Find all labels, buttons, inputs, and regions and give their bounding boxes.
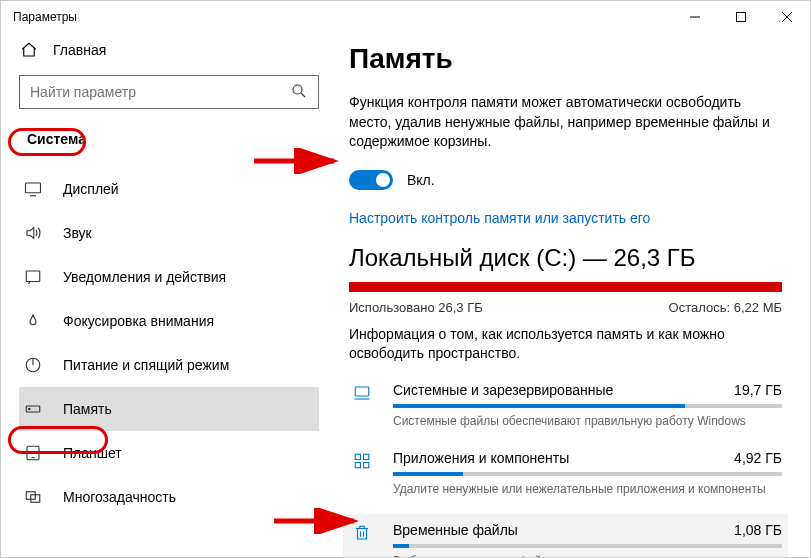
disk-usage-bar (349, 282, 782, 292)
category-name: Приложения и компоненты (393, 450, 569, 466)
category-name: Системные и зарезервированные (393, 382, 613, 398)
nav-item-focus[interactable]: Фокусировка внимания (19, 299, 319, 343)
apps-icon (349, 450, 375, 470)
category-subtext: Удалите ненужные или нежелательные прило… (393, 482, 782, 496)
trash-icon (349, 522, 375, 542)
category-size: 1,08 ГБ (734, 522, 782, 538)
svg-point-4 (293, 85, 302, 94)
storage-category-row[interactable]: Системные и зарезервированные19,7 ГБСист… (349, 378, 782, 432)
storage-category-row[interactable]: Приложения и компоненты4,92 ГБУдалите не… (349, 446, 782, 500)
svg-rect-17 (355, 387, 369, 396)
power-icon (23, 356, 43, 374)
nav-item-label: Питание и спящий режим (63, 357, 229, 373)
category-size: 4,92 ГБ (734, 450, 782, 466)
nav-item-label: Планшет (63, 445, 122, 461)
toggle-label: Вкл. (407, 172, 435, 188)
minimize-button[interactable] (672, 1, 718, 33)
nav-item-multi[interactable]: Многозадачность (19, 475, 319, 519)
nav-item-label: Звук (63, 225, 92, 241)
configure-link[interactable]: Настроить контроль памяти или запустить … (349, 210, 782, 226)
svg-rect-22 (364, 462, 369, 467)
search-input[interactable] (30, 84, 290, 100)
storage-icon (23, 400, 43, 418)
svg-rect-1 (737, 13, 746, 22)
nav-item-label: Фокусировка внимания (63, 313, 214, 329)
page-title: Память (349, 43, 782, 75)
svg-rect-20 (364, 454, 369, 459)
notify-icon (23, 268, 43, 286)
storage-category-row[interactable]: Временные файлы1,08 ГБВыберите временные… (343, 514, 788, 557)
category-bar (393, 404, 782, 408)
pc-icon (349, 382, 375, 402)
category-bar (393, 544, 782, 548)
section-label: Система (19, 127, 94, 151)
nav-item-display[interactable]: Дисплей (19, 167, 319, 211)
sidebar: Главная Система ДисплейЗвукУведомления и… (1, 33, 331, 557)
storage-sense-toggle[interactable] (349, 170, 393, 190)
main-panel: Память Функция контроля памяти может авт… (331, 33, 810, 557)
category-bar (393, 472, 782, 476)
category-size: 19,7 ГБ (734, 382, 782, 398)
disk-free-label: Осталось: 6,22 МБ (669, 300, 782, 315)
nav-item-power[interactable]: Питание и спящий режим (19, 343, 319, 387)
maximize-button[interactable] (718, 1, 764, 33)
category-subtext: Выберите временные файлы для удаления (393, 554, 782, 557)
svg-rect-6 (26, 183, 41, 193)
tablet-icon (23, 444, 43, 462)
disk-title: Локальный диск (C:) — 26,3 ГБ (349, 244, 782, 272)
category-name: Временные файлы (393, 522, 518, 538)
disk-info-text: Информация о том, как используется памят… (349, 325, 782, 364)
nav-item-tablet[interactable]: Планшет (19, 431, 319, 475)
svg-line-5 (301, 93, 305, 97)
nav-item-label: Многозадачность (63, 489, 176, 505)
svg-rect-21 (355, 462, 360, 467)
focus-icon (23, 312, 43, 330)
search-icon (290, 82, 308, 103)
home-label: Главная (53, 42, 106, 58)
multi-icon (23, 488, 43, 506)
search-box[interactable] (19, 75, 319, 109)
titlebar: Параметры (1, 1, 810, 33)
nav-item-notify[interactable]: Уведомления и действия (19, 255, 319, 299)
nav-item-sound[interactable]: Звук (19, 211, 319, 255)
category-subtext: Системные файлы обеспечивают правильную … (393, 414, 782, 428)
sound-icon (23, 224, 43, 242)
nav-item-label: Память (63, 401, 112, 417)
display-icon (23, 180, 43, 198)
nav-item-label: Дисплей (63, 181, 119, 197)
nav-item-label: Уведомления и действия (63, 269, 226, 285)
storage-sense-description: Функция контроля памяти может автоматиче… (349, 93, 782, 152)
svg-point-12 (29, 408, 31, 410)
svg-rect-19 (355, 454, 360, 459)
nav-item-storage[interactable]: Память (19, 387, 319, 431)
home-icon (19, 41, 39, 59)
svg-rect-8 (26, 271, 40, 282)
window-title: Параметры (13, 10, 672, 24)
home-button[interactable]: Главная (19, 41, 319, 59)
close-button[interactable] (764, 1, 810, 33)
disk-used-label: Использовано 26,3 ГБ (349, 300, 483, 315)
